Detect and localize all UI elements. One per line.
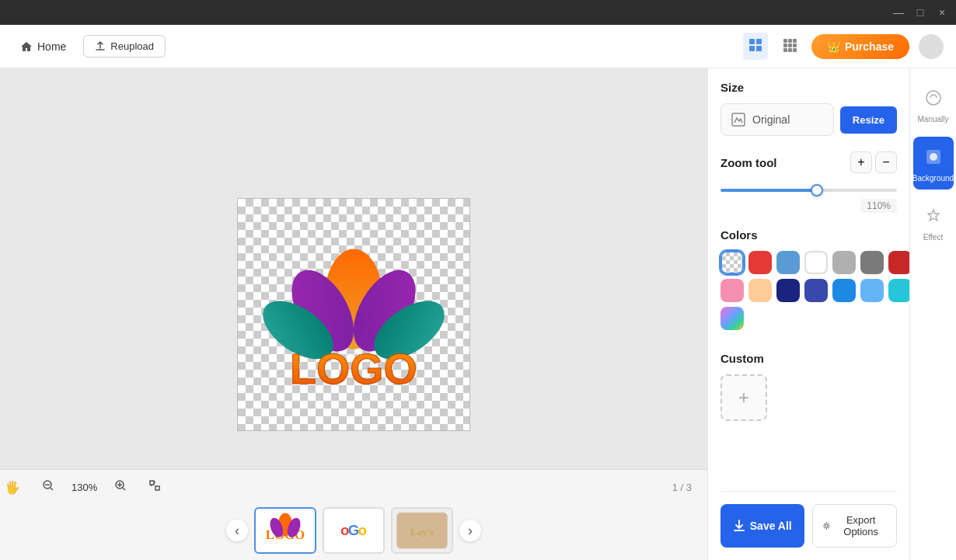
- reupload-label: Reupload: [110, 40, 154, 52]
- logo-svg: LOGO: [238, 199, 469, 430]
- fit-page-button[interactable]: [144, 478, 166, 496]
- window-controls[interactable]: — □ ×: [891, 6, 950, 19]
- plus-icon: +: [738, 387, 749, 409]
- effect-tool[interactable]: Effect: [913, 196, 954, 249]
- title-bar: — □ ×: [0, 0, 956, 25]
- svg-rect-1: [756, 39, 762, 44]
- color-light-blue[interactable]: [860, 279, 884, 302]
- zoom-out-button[interactable]: [37, 478, 59, 496]
- next-thumb-button[interactable]: ›: [459, 520, 481, 541]
- side-icon-panel: Manually Background Effect: [909, 68, 956, 560]
- custom-section: Custom +: [720, 352, 897, 421]
- manually-label: Manually: [917, 115, 948, 124]
- grid-view-button[interactable]: [743, 33, 768, 60]
- size-title: Size: [720, 81, 897, 94]
- upload-icon: [95, 41, 106, 52]
- color-peach[interactable]: [748, 279, 772, 302]
- svg-text:o: o: [358, 522, 366, 538]
- minimize-button[interactable]: —: [891, 6, 906, 19]
- avatar[interactable]: [919, 34, 944, 59]
- zoom-header: Zoom tool + −: [720, 151, 897, 173]
- effect-label: Effect: [923, 233, 943, 242]
- svg-rect-5: [788, 39, 792, 43]
- thumbnail-1[interactable]: LOGO: [254, 507, 316, 554]
- thumbnail-strip: ‹ LOGO G o o: [0, 504, 707, 560]
- prev-thumb-button[interactable]: ‹: [226, 520, 248, 541]
- zoom-value: 110%: [860, 199, 897, 213]
- save-all-button[interactable]: Save All: [720, 504, 804, 548]
- svg-line-25: [123, 488, 125, 490]
- zoom-plus-button[interactable]: +: [850, 151, 872, 173]
- zoom-minus-button[interactable]: −: [875, 151, 897, 173]
- canvas-image: LOGO: [237, 198, 470, 431]
- export-options-button[interactable]: Export Options: [812, 504, 898, 548]
- svg-text:Lay's: Lay's: [410, 526, 434, 537]
- color-red[interactable]: [748, 251, 772, 274]
- color-light-gray[interactable]: [832, 251, 856, 274]
- color-navy[interactable]: [776, 279, 800, 302]
- right-panel: Size Original Resize Zoom tool + −: [707, 68, 909, 560]
- color-medium-blue[interactable]: [804, 279, 828, 302]
- action-row: Save All Export Options: [720, 491, 897, 548]
- color-cyan[interactable]: [888, 279, 909, 302]
- grid-view-icon: [748, 37, 763, 53]
- hand-tool-button[interactable]: 🖐: [0, 478, 25, 496]
- size-section: Size Original Resize: [720, 81, 897, 136]
- svg-rect-0: [749, 39, 755, 44]
- svg-rect-2: [749, 46, 755, 51]
- size-row: Original Resize: [720, 103, 897, 136]
- zoom-title: Zoom tool: [720, 156, 776, 169]
- app-grid-icon: [782, 37, 797, 53]
- home-button[interactable]: Home: [12, 36, 74, 57]
- zoom-slider[interactable]: [720, 189, 897, 192]
- svg-text:o: o: [340, 522, 349, 538]
- zoom-section: Zoom tool + − 110%: [720, 151, 897, 213]
- svg-rect-3: [756, 46, 762, 51]
- thumbnail-3[interactable]: Lay's: [391, 507, 453, 554]
- svg-rect-12: [793, 48, 797, 52]
- svg-rect-7: [783, 43, 787, 47]
- background-tool[interactable]: Background: [913, 137, 954, 190]
- color-transparent[interactable]: [720, 251, 744, 274]
- crown-icon: 👑: [827, 40, 840, 53]
- close-button[interactable]: ×: [934, 6, 950, 19]
- thumbnail-2[interactable]: G o o: [323, 507, 385, 554]
- svg-rect-6: [793, 39, 797, 43]
- color-dark-red[interactable]: [888, 251, 909, 274]
- home-label: Home: [37, 40, 66, 53]
- app-grid-button[interactable]: [777, 33, 802, 60]
- color-sky-blue[interactable]: [832, 279, 856, 302]
- color-dark-gray[interactable]: [860, 251, 884, 274]
- custom-color-add[interactable]: +: [720, 374, 767, 421]
- svg-rect-8: [788, 43, 792, 47]
- maximize-button[interactable]: □: [912, 6, 928, 19]
- page-indicator: 1 / 3: [672, 482, 692, 493]
- color-white[interactable]: [804, 251, 828, 274]
- purchase-label: Purchase: [845, 40, 894, 53]
- purchase-button[interactable]: 👑 Purchase: [811, 34, 909, 59]
- resize-button[interactable]: Resize: [840, 106, 897, 134]
- svg-text:LOGO: LOGO: [290, 345, 417, 393]
- svg-rect-27: [155, 486, 159, 490]
- color-gradient[interactable]: [720, 307, 744, 330]
- manually-tool[interactable]: Manually: [913, 78, 954, 130]
- zoom-in-button[interactable]: [110, 478, 131, 496]
- svg-rect-9: [793, 43, 797, 47]
- reupload-button[interactable]: Reupload: [83, 35, 166, 57]
- svg-point-41: [926, 91, 940, 105]
- canvas-area: LOGO 🖐 130%: [0, 68, 707, 560]
- colors-grid: [720, 251, 897, 330]
- custom-title: Custom: [720, 352, 897, 365]
- svg-rect-10: [783, 48, 787, 52]
- main-layout: LOGO 🖐 130%: [0, 68, 956, 560]
- svg-rect-26: [150, 481, 154, 485]
- color-blue[interactable]: [776, 251, 800, 274]
- original-box: Original: [720, 103, 834, 136]
- original-label: Original: [752, 113, 790, 126]
- colors-title: Colors: [720, 228, 897, 242]
- svg-rect-11: [788, 48, 792, 52]
- background-label: Background: [912, 174, 954, 183]
- background-icon: [919, 143, 947, 171]
- save-all-label: Save All: [750, 520, 792, 532]
- color-pink[interactable]: [720, 279, 744, 302]
